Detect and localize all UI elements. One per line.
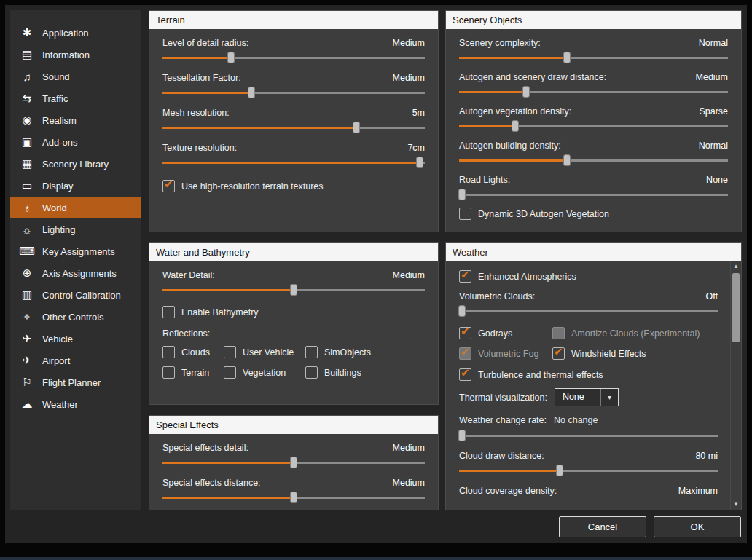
setting-value: 80 mi	[695, 451, 718, 461]
turbulence-checkbox[interactable]: ✔ Turbulence and thermal effects	[459, 368, 718, 381]
ok-button[interactable]: OK	[654, 516, 741, 537]
checkbox-box[interactable]: ✔	[305, 366, 318, 379]
slider-handle[interactable]	[290, 492, 297, 503]
reflections-terrain-checkbox[interactable]: ✔ Terrain	[162, 366, 224, 379]
reflections-clouds-checkbox[interactable]: ✔ Clouds	[162, 346, 224, 358]
slider-handle[interactable]	[290, 457, 297, 468]
reflections-buildings-checkbox[interactable]: ✔ Buildings	[305, 366, 425, 379]
chevron-down-icon[interactable]: ▾	[600, 389, 618, 406]
godrays-checkbox[interactable]: ✔ Godrays	[459, 327, 552, 339]
slider-handle[interactable]	[290, 284, 297, 296]
checkbox-box[interactable]: ✔	[162, 366, 175, 379]
checkbox-box[interactable]: ✔	[552, 327, 565, 339]
slider-handle[interactable]	[512, 120, 519, 132]
cancel-button[interactable]: Cancel	[559, 516, 646, 537]
weather-icon: ☁	[19, 398, 35, 411]
sidebar-item-axis-assignments[interactable]: ⊕ Axis Assignments	[10, 262, 141, 284]
volumetric-fog-checkbox[interactable]: ✔ Volumetric Fog	[459, 347, 552, 360]
volumetric-clouds-slider[interactable]	[459, 305, 718, 317]
slider-handle[interactable]	[458, 305, 466, 317]
setting-value: Medium	[393, 443, 425, 453]
sidebar-item-realism[interactable]: ◉ Realism	[10, 109, 141, 131]
reflections-user-vehicle-checkbox[interactable]: ✔ User Vehicle	[224, 346, 305, 358]
texture-resolution-slider[interactable]	[162, 157, 425, 168]
slider-handle[interactable]	[556, 465, 563, 476]
slider-handle[interactable]	[563, 52, 571, 63]
checkbox-box[interactable]: ✔	[224, 346, 236, 358]
amortize-clouds-checkbox[interactable]: ✔ Amortize Clouds (Experimental)	[552, 327, 718, 339]
setting-value: Normal	[699, 38, 728, 48]
checkbox-box[interactable]: ✔	[459, 327, 471, 339]
slider-handle[interactable]	[248, 87, 255, 98]
reflections-simobjects-checkbox[interactable]: ✔ SimObjects	[305, 346, 425, 358]
scroll-down-icon[interactable]: ▼	[731, 500, 741, 510]
enhanced-atmospherics-checkbox[interactable]: ✔ Enhanced Atmospherics	[459, 270, 718, 283]
level-of-detail-radius-slider[interactable]	[162, 52, 425, 63]
sidebar-item-weather[interactable]: ☁ Weather	[10, 393, 141, 415]
checkbox-box[interactable]: ✔	[224, 366, 236, 379]
sidebar-item-label: Axis Assignments	[42, 268, 117, 279]
sidebar-item-airport[interactable]: ✈ Airport	[10, 350, 141, 371]
high-res-terrain-textures-checkbox[interactable]: ✔ Use high-resolution terrain textures	[162, 180, 425, 192]
autogen-building-density-slider[interactable]	[459, 154, 728, 166]
sidebar-item-information[interactable]: ▤ Information	[10, 44, 141, 66]
dynamic-3d-autogen-vegetation-checkbox[interactable]: ✔ Dynamic 3D Autogen Vegetation	[459, 208, 728, 220]
special-effects-distance-slider[interactable]	[162, 492, 425, 503]
sidebar-item-addons[interactable]: ▣ Add-ons	[10, 131, 141, 153]
sidebar-item-lighting[interactable]: ☼ Lighting	[10, 218, 141, 240]
weather-scrollbar[interactable]: ▲ ▼	[730, 261, 741, 510]
thermal-visualization-dropdown[interactable]: None ▾	[555, 388, 619, 406]
checkbox-box[interactable]: ✔	[162, 346, 175, 358]
water-panel: Water and Bathymetry Water Detail: Mediu…	[149, 242, 439, 405]
slider-handle[interactable]	[458, 430, 466, 441]
sidebar-item-vehicle[interactable]: ✈ Vehicle	[10, 328, 141, 350]
sidebar-item-flight-planner[interactable]: ⚐ Flight Planner	[10, 371, 141, 393]
slider-handle[interactable]	[563, 154, 571, 166]
slider-handle[interactable]	[458, 189, 466, 200]
lighting-icon: ☼	[19, 224, 35, 236]
scrollbar-thumb[interactable]	[732, 273, 740, 342]
cloud-draw-distance-slider[interactable]	[459, 465, 718, 476]
checkbox-box[interactable]: ✔	[459, 208, 471, 220]
slider-handle[interactable]	[227, 52, 235, 63]
scenery-complexity-slider[interactable]	[459, 52, 728, 63]
tessellation-factor-slider[interactable]	[162, 87, 425, 98]
water-detail-slider[interactable]	[162, 284, 425, 296]
checkbox-box[interactable]: ✔	[459, 270, 471, 283]
scroll-up-icon[interactable]: ▲	[731, 261, 741, 272]
enable-bathymetry-checkbox[interactable]: ✔ Enable Bathymetry	[162, 306, 425, 318]
autogen-draw-distance-slider[interactable]	[459, 86, 728, 98]
reflections-vegetation-checkbox[interactable]: ✔ Vegetation	[224, 366, 305, 379]
sidebar-item-scenery-library[interactable]: ▦ Scenery Library	[10, 153, 141, 175]
setting-value: Medium	[393, 73, 425, 83]
slider-handle[interactable]	[522, 86, 530, 98]
setting-label: Water Detail:	[162, 270, 215, 280]
sidebar-item-label: Scenery Library	[42, 159, 109, 170]
checkbox-box[interactable]: ✔	[305, 346, 318, 358]
checkbox-box[interactable]: ✔	[459, 368, 471, 381]
windshield-effects-checkbox[interactable]: ✔ Windshield Effects	[552, 347, 718, 360]
sidebar-item-application[interactable]: ✱ Application	[10, 22, 141, 44]
checkbox-box[interactable]: ✔	[552, 347, 565, 360]
weather-change-rate-slider[interactable]	[459, 430, 718, 441]
sidebar-item-display[interactable]: ▭ Display	[10, 175, 141, 197]
realism-icon: ◉	[19, 114, 35, 127]
checkbox-box[interactable]: ✔	[162, 306, 175, 318]
slider-handle[interactable]	[416, 157, 423, 168]
mesh-resolution-slider[interactable]	[162, 122, 425, 133]
slider-handle[interactable]	[353, 122, 360, 133]
autogen-vegetation-density-slider[interactable]	[459, 120, 728, 132]
scenery-complexity-setting: Scenery complexity: Normal	[459, 38, 728, 63]
sidebar-item-traffic[interactable]: ⇆ Traffic	[10, 87, 141, 109]
sidebar-item-control-calibration[interactable]: ▥ Control Calibration	[10, 284, 141, 306]
sidebar-item-world[interactable]: ♁ World	[10, 197, 141, 218]
special-effects-detail-slider[interactable]	[162, 457, 425, 468]
checkbox-box[interactable]: ✔	[162, 180, 175, 192]
checkbox-box[interactable]: ✔	[459, 347, 471, 360]
sidebar-item-sound[interactable]: ♫ Sound	[10, 66, 141, 87]
reflections-label: Reflections:	[162, 328, 425, 339]
sidebar-item-key-assignments[interactable]: ⌨ Key Assignments	[10, 240, 141, 262]
setting-label: Level of detail radius:	[162, 38, 248, 48]
road-lights-slider[interactable]	[459, 189, 728, 200]
sidebar-item-other-controls[interactable]: ⌖ Other Controls	[10, 306, 141, 328]
